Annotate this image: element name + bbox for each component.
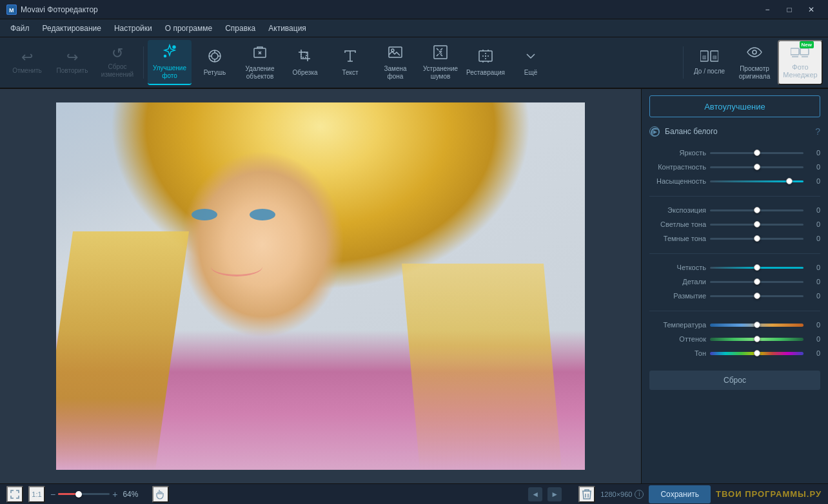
watermark: ТВОИ ПРОГРАММЫ.РУ [716,489,822,499]
exposure-slider[interactable] [710,206,803,215]
enhance-icon [162,44,177,62]
menu-about[interactable]: О программе [159,21,219,35]
blur-label: Размытие [649,292,706,300]
saturation-slider[interactable] [710,177,803,186]
app-title: Movavi Фоторедактор [21,5,757,14]
divider-1 [649,196,820,197]
zoom-in-icon[interactable]: + [112,489,117,499]
file-info-icon[interactable]: i [635,490,644,499]
photo-manager-button[interactable]: New ФотоМенеджер [778,40,823,85]
main-area: Автоулучшение Баланс белого ? Яркость [0,89,828,483]
saturation-row: Насыщенность 0 [642,174,828,188]
crop-button[interactable]: Обрезка [283,40,327,85]
menu-file[interactable]: Файл [4,21,36,35]
hue-label: Оттенок [649,335,706,343]
close-button[interactable]: ✕ [801,3,822,17]
photo-container [0,89,641,483]
white-balance-icon [649,126,660,137]
hue-slider[interactable] [710,334,803,344]
brightness-slider[interactable] [710,148,803,157]
blur-value: 0 [807,292,820,300]
view-original-button[interactable]: Просмотроригинала [733,40,776,85]
text-button[interactable]: Текст [328,40,372,85]
contrast-slider[interactable] [710,162,803,171]
tone-row: Тон 0 [642,346,828,360]
zoom-slider[interactable] [58,493,110,495]
maximize-button[interactable]: □ [779,3,800,17]
zoom-1to1-button[interactable]: 1:1 [28,486,45,503]
hue-row: Оттенок 0 [642,332,828,346]
zoom-out-icon[interactable]: − [50,489,55,499]
shadows-label: Темные тона [649,235,706,242]
menu-help[interactable]: Справка [219,21,262,35]
text-icon [342,48,358,66]
hand-tool-button[interactable] [152,486,169,503]
contrast-value: 0 [807,163,820,171]
highlights-label: Светлые тона [649,220,706,228]
app-icon: M [6,5,17,15]
clarity-slider[interactable] [710,263,803,272]
redo-icon: ↪ [66,50,78,64]
photo-canvas [56,102,585,470]
zoom-slider-container: − + [50,489,117,499]
detail-slider[interactable] [710,277,803,286]
redo-button[interactable]: ↪ Повторить [50,40,94,85]
auto-enhance-button[interactable]: Автоулучшение [649,95,820,117]
color-sliders: Температура 0 Оттенок 0 Тон [642,315,828,363]
before-after-button[interactable]: ▥ ▤ До / после [687,40,731,85]
bg-icon [388,44,403,63]
help-icon[interactable]: ? [815,126,820,137]
remove-obj-button[interactable]: Удалениеобъектов [238,40,282,85]
brightness-value: 0 [807,149,820,157]
delete-photo-button[interactable] [578,486,595,503]
highlights-value: 0 [807,220,820,228]
menu-edit[interactable]: Редактирование [36,21,108,35]
save-button[interactable]: Сохранить [649,485,711,503]
next-photo-button[interactable]: ► [547,487,562,501]
statusbar: 1:1 − + 64% ◄ ► 1280×960 i Сохранить ТВО… [0,483,828,504]
exposure-row: Экспозиция 0 [642,203,828,217]
tone-slider[interactable] [710,349,803,358]
brightness-label: Яркость [649,149,706,157]
canvas-area[interactable] [0,89,641,483]
contrast-label: Контрастность [649,163,706,171]
clarity-label: Четкость [649,264,706,271]
denoise-button[interactable]: Устранениешумов [419,40,462,85]
blur-slider[interactable] [710,291,803,300]
temperature-row: Температура 0 [642,318,828,332]
right-panel: Автоулучшение Баланс белого ? Яркость [641,89,828,483]
temperature-slider[interactable] [710,320,803,329]
menu-activate[interactable]: Активация [262,21,313,35]
fit-screen-button[interactable] [6,486,23,503]
shadows-slider[interactable] [710,234,803,243]
clarity-value: 0 [807,264,820,271]
more-button[interactable]: Ещё [509,40,553,85]
reset-changes-button[interactable]: ↺ Сбросизменений [95,40,139,85]
reset-icon: ↺ [112,46,123,61]
view-tools: ▥ ▤ До / после Просмотроригинала [680,40,823,85]
menu-settings[interactable]: Настройки [108,21,159,35]
exposure-value: 0 [807,206,820,214]
restore-button[interactable]: Реставрация [464,40,508,85]
history-tools: ↩ Отменить ↪ Повторить ↺ Сбросизменений [5,40,139,85]
toolbar: ↩ Отменить ↪ Повторить ↺ Сбросизменений … [0,37,828,89]
toolbar-separator-1 [143,46,144,79]
undo-button[interactable]: ↩ Отменить [5,40,49,85]
highlights-slider[interactable] [710,220,803,229]
highlights-row: Светлые тона 0 [642,217,828,231]
shadows-row: Темные тона 0 [642,231,828,246]
enhance-button[interactable]: Улучшениефото [148,40,192,85]
minimize-button[interactable]: − [757,3,778,17]
restore-icon [478,48,493,66]
detail-row: Детали 0 [642,275,828,289]
prev-photo-button[interactable]: ◄ [528,487,542,501]
reset-button[interactable]: Сброс [649,371,820,390]
bg-replace-button[interactable]: Заменафона [373,40,417,85]
tonal-sliders: Яркость 0 Контрастность 0 [642,143,828,191]
menubar: Файл Редактирование Настройки О программ… [0,19,828,37]
retouch-icon [207,48,222,66]
svg-text:▤: ▤ [713,55,717,59]
blur-row: Размытие 0 [642,289,828,303]
retouch-button[interactable]: Ретушь [193,40,237,85]
svg-rect-21 [791,48,799,55]
